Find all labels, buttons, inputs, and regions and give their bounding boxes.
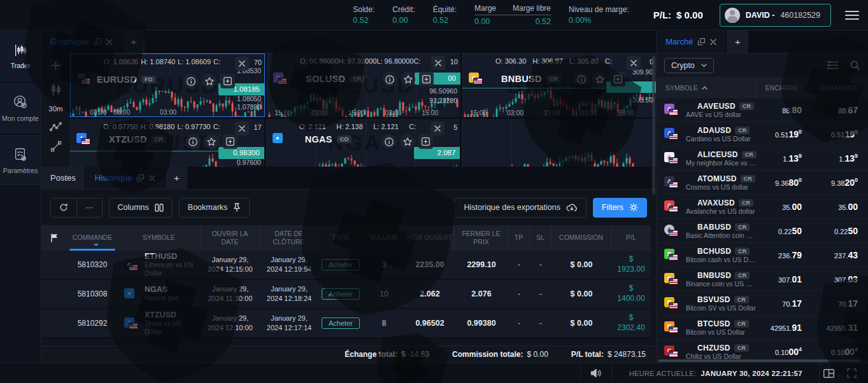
market-row[interactable]: ◆ BNBUSD CR Binance coin vs US Doll... 3… <box>657 267 868 291</box>
info-icon[interactable] <box>186 134 201 149</box>
search-icon[interactable] <box>850 60 860 71</box>
star-icon[interactable] <box>202 74 217 88</box>
col-type[interactable]: TYPE <box>318 225 363 251</box>
col-tp[interactable]: TP <box>508 225 530 251</box>
info-icon[interactable] <box>574 72 588 87</box>
col-close-price[interactable]: FERMER LE PRIX <box>455 225 508 251</box>
ask-price[interactable]: 1.139 <box>807 153 868 164</box>
info-icon[interactable] <box>381 134 396 149</box>
add-chart-icon[interactable]: + <box>51 57 61 74</box>
bid-price[interactable]: 1.139 <box>756 153 807 164</box>
close-icon[interactable] <box>235 122 249 136</box>
layout-icon[interactable] <box>823 369 834 378</box>
col-sl[interactable]: SL <box>530 225 551 251</box>
market-row[interactable]: A BABUSD CR Basic Attention coin vs ... … <box>657 219 868 243</box>
bid-price[interactable]: 35.00 <box>756 202 807 212</box>
fullscreen-icon[interactable] <box>847 368 857 378</box>
new-tab-button[interactable]: + <box>166 167 187 189</box>
col-pl[interactable]: P/L <box>611 225 651 251</box>
market-row[interactable]: B BTCUSD CR Bitcoin vs US Dollar 42951.9… <box>657 316 868 340</box>
col-demander[interactable]: DEMANDER <box>807 77 868 98</box>
ask-price[interactable]: 237.43 <box>807 250 868 260</box>
vertical-scrollbar[interactable] <box>652 56 655 195</box>
ask-price[interactable]: 0.2250 <box>807 226 868 236</box>
col-open-price[interactable]: PRIX OUVERT <box>405 225 455 251</box>
new-order-icon[interactable] <box>418 134 433 149</box>
col-volume[interactable]: VOLUME <box>363 225 405 251</box>
bid-price[interactable]: 0.51190 <box>756 129 807 139</box>
ask-price[interactable]: 307.03 <box>807 274 868 284</box>
col-symbole[interactable]: SYMBOLE <box>118 225 201 251</box>
menu-icon[interactable] <box>845 11 859 20</box>
chart-solusd[interactable]: SOLUSD O:96.86000 H:97.93000 L:96.80000 … <box>267 53 460 117</box>
bid-price[interactable]: 236.79 <box>756 250 807 260</box>
bid-price[interactable]: 0.2250 <box>756 226 807 236</box>
market-row[interactable]: A ADAUSD CR Cardano vs US Dollar 0.51190… <box>657 122 868 146</box>
close-icon[interactable] <box>430 122 445 136</box>
refresh-button[interactable] <box>50 198 77 218</box>
chart-bnbusd[interactable]: BNBUSD O:306.30 H:306.97 L:305.80 C: 0 <box>462 53 656 117</box>
trendline-icon[interactable] <box>50 141 62 152</box>
tab-graphique[interactable]: Graphique <box>41 31 122 53</box>
chart-eurusd[interactable]: EURUSD O:1.08636 H:1.08740 L:1.08609 C: … <box>70 53 265 117</box>
sidebar-item-account[interactable]: Mon compte <box>0 83 41 135</box>
flag-icon[interactable] <box>41 225 67 251</box>
chart-xtzusd[interactable]: XTZUSD O:0.97750 H:0.98180 L:0.97730 C: … <box>70 119 264 167</box>
more-button[interactable]: ··· <box>76 198 103 218</box>
new-order-icon[interactable] <box>611 72 625 87</box>
close-icon[interactable] <box>710 39 716 45</box>
close-icon[interactable] <box>149 175 155 181</box>
sound-icon[interactable] <box>580 363 613 383</box>
info-icon[interactable] <box>382 72 397 87</box>
ask-price[interactable]: 88.87 <box>807 105 868 115</box>
col-close-date[interactable]: DATE DE CLÔTURE <box>260 225 318 251</box>
indicators-icon[interactable] <box>50 122 62 132</box>
export-history-button[interactable]: Historique des exportations <box>455 198 586 218</box>
col-open-date[interactable]: OUVRIR LA DATE <box>201 225 260 251</box>
candlestick-icon[interactable] <box>50 83 62 96</box>
market-row[interactable]: A AAVEUSD CR AAVE vs US dollar 88.80 88.… <box>657 98 868 122</box>
columns-button[interactable]: Columns <box>109 198 173 218</box>
list-menu-icon[interactable] <box>827 61 839 69</box>
market-row[interactable]: A AVAXUSD CR Avalanche vs US dollar 35.0… <box>657 195 868 219</box>
col-enchere[interactable]: ENCHÈRE <box>756 77 807 98</box>
chart-partial[interactable] <box>462 119 656 167</box>
tab-postes[interactable]: Postes <box>41 167 85 189</box>
bid-price[interactable]: 42951.91 <box>756 323 807 333</box>
close-icon[interactable] <box>235 57 249 71</box>
horizontal-scrollbar[interactable] <box>658 359 860 362</box>
star-icon[interactable] <box>592 72 607 87</box>
ask-price[interactable]: 70.17 <box>807 298 868 309</box>
star-icon[interactable] <box>400 134 415 149</box>
tab-marche[interactable]: Marché <box>657 31 725 53</box>
popout-icon[interactable] <box>94 38 101 45</box>
bid-price[interactable]: 307.01 <box>756 274 807 284</box>
ask-price[interactable]: 42955.31 <box>807 323 868 333</box>
market-row[interactable]: A ATOMUSD CR Cosmos vs US dollar 9.36800… <box>657 171 868 195</box>
col-commande[interactable]: COMMANDE <box>67 225 118 251</box>
ask-price[interactable]: 0.10004 <box>807 347 868 357</box>
close-icon[interactable] <box>431 56 445 70</box>
new-order-icon[interactable] <box>419 72 434 87</box>
timeframe-button[interactable]: 30m <box>48 105 62 113</box>
close-icon[interactable] <box>627 56 641 70</box>
new-order-icon[interactable] <box>220 74 235 88</box>
col-symbole[interactable]: SYMBOLE <box>657 84 756 92</box>
sidebar-item-settings[interactable]: Paramètres <box>0 135 41 187</box>
account-button[interactable]: DAVID - 460182529 <box>720 4 831 27</box>
tab-historique[interactable]: Historique <box>86 167 165 189</box>
bid-price[interactable]: 0.10004 <box>756 347 807 357</box>
info-icon[interactable] <box>183 74 198 88</box>
new-tab-button[interactable]: + <box>727 31 748 53</box>
market-row[interactable]: B BSVUSD CR Bitcoin SV vs US Dollar 70.1… <box>657 291 868 316</box>
chart-ngas[interactable]: NGAS O:2.121 H:2.138 L:2.121 C: 5 <box>266 119 460 167</box>
bid-price[interactable]: 9.36800 <box>756 178 807 188</box>
history-row[interactable]: 5810292 t XTZUSD Tezos vs US Dollar Janu… <box>41 309 651 338</box>
ask-price[interactable]: 9.38200 <box>807 178 868 188</box>
bid-price[interactable]: 70.17 <box>756 298 807 309</box>
close-icon[interactable] <box>106 39 113 45</box>
new-tab-button[interactable]: + <box>123 31 145 53</box>
popout-icon[interactable] <box>698 38 705 45</box>
new-order-icon[interactable] <box>223 134 238 149</box>
history-row[interactable]: 5810308 ● NGAS Natural gas January 29, 2… <box>41 280 651 309</box>
